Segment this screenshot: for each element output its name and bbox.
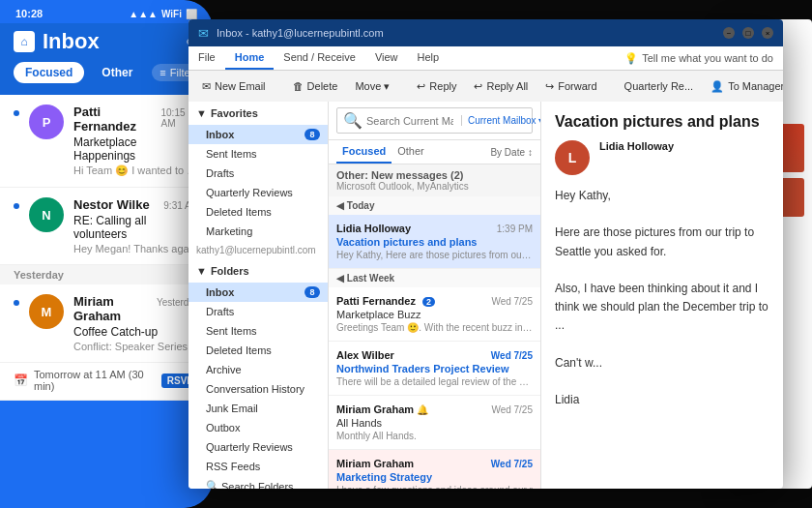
manager-icon: 👤 bbox=[710, 80, 724, 93]
email-time: Wed 7/25 bbox=[491, 296, 533, 307]
reading-subject: Vacation pictures and plans bbox=[555, 113, 769, 131]
ribbon-forward-btn[interactable]: ↪ Forward bbox=[537, 77, 604, 96]
battery-icon: ⬜ bbox=[186, 9, 197, 19]
folder-item-drafts-fav[interactable]: Drafts bbox=[188, 164, 328, 183]
other-banner[interactable]: Other: New messages (2) Microsoft Outloo… bbox=[329, 164, 540, 196]
favorites-header[interactable]: ▼ Favorites bbox=[188, 102, 328, 125]
current-mailbox-label[interactable]: Current Mailbox ▾ bbox=[461, 115, 541, 126]
maximize-button[interactable]: □ bbox=[742, 27, 754, 39]
folder-item-deleted-fav[interactable]: Deleted Items bbox=[188, 202, 328, 222]
reading-header-row: L Lidia Holloway bbox=[555, 140, 769, 175]
ribbon-reply-btn[interactable]: ↩ Reply bbox=[409, 77, 464, 96]
phone-email-item[interactable]: P Patti Fernandez 10:15 AM Marketplace H… bbox=[0, 95, 213, 188]
email-preview: Hi Team 😊 I wanted to share an interesti… bbox=[73, 164, 199, 177]
ribbon-tab-sendreceive[interactable]: Send / Receive bbox=[274, 46, 365, 70]
folder-item-deleted[interactable]: Deleted Items bbox=[188, 341, 328, 360]
phone-email-content: Miriam Graham Yesterday Coffee Catch-up … bbox=[73, 294, 199, 352]
email-list-body: Other: New messages (2) Microsoft Outloo… bbox=[329, 164, 540, 489]
search-box[interactable]: 🔍 Current Mailbox ▾ bbox=[336, 107, 533, 134]
signal-icon: ▲▲▲ bbox=[129, 9, 158, 19]
unread-dot bbox=[14, 110, 19, 116]
avatar: N bbox=[29, 197, 64, 232]
phone-time: 10:28 bbox=[15, 8, 43, 19]
folders-header[interactable]: ▼ Folders bbox=[188, 259, 328, 283]
folder-item-conversation[interactable]: Conversation History bbox=[188, 379, 328, 399]
phone-tabs-left: Focused Other bbox=[14, 62, 144, 83]
phone-header: ⌂ Inbox ✏ Focused Other ≡ Filter bbox=[0, 23, 213, 95]
ribbon-quarterly-btn[interactable]: Quarterly Re... bbox=[617, 77, 702, 95]
folder-item-inbox-fav[interactable]: Inbox 8 bbox=[188, 125, 328, 144]
email-time: 1:39 PM bbox=[497, 224, 533, 234]
email-list-item[interactable]: Lidia Holloway 1:39 PM Vacation pictures… bbox=[329, 215, 540, 269]
phone-inbox-left: ⌂ Inbox bbox=[14, 29, 100, 54]
phone-email-list: P Patti Fernandez 10:15 AM Marketplace H… bbox=[0, 95, 213, 401]
folder-item-archive[interactable]: Archive bbox=[188, 360, 328, 379]
folder-item-rss[interactable]: RSS Feeds bbox=[188, 457, 328, 476]
reading-body-line: Also, I have been thinking about it and … bbox=[555, 280, 769, 336]
ribbon-tab-help[interactable]: Help bbox=[408, 46, 450, 70]
ribbon-move-btn[interactable]: Move ▾ bbox=[347, 77, 397, 96]
ribbon-tab-view[interactable]: View bbox=[365, 46, 408, 70]
email-time: Wed 7/25 bbox=[491, 404, 533, 415]
email-subject: Marketplace Happenings bbox=[73, 135, 199, 163]
ribbon-new-email-btn[interactable]: ✉ New Email bbox=[194, 77, 274, 96]
email-sender: Alex Wilber bbox=[336, 349, 394, 361]
avatar: P bbox=[29, 105, 64, 139]
phone-status-icons: ▲▲▲ WiFi ⬜ bbox=[129, 9, 197, 19]
email-list-item[interactable]: Miriam Graham 🔔 Wed 7/25 All Hands Month… bbox=[329, 396, 540, 450]
ribbon-reply-all-btn[interactable]: ↩ Reply All bbox=[466, 77, 536, 96]
desktop-outlook: ✉ Inbox - kathy1@lucernepubintl.com − □ … bbox=[188, 19, 783, 489]
phone-email-item[interactable]: N Nestor Wilke 9:31 AM RE: Calling all v… bbox=[0, 188, 213, 265]
email-list-item[interactable]: Miriam Graham Wed 7/25 Marketing Strateg… bbox=[329, 450, 540, 489]
phone-status-bar: 10:28 ▲▲▲ WiFi ⬜ bbox=[0, 0, 213, 23]
ribbon-tab-home[interactable]: Home bbox=[225, 46, 275, 70]
sender-avatar: L bbox=[555, 140, 590, 175]
bell-icon: 🔔 bbox=[417, 404, 428, 415]
phone-other-tab[interactable]: Other bbox=[90, 62, 144, 83]
ribbon-manager-btn[interactable]: 👤 To Manager bbox=[703, 77, 783, 96]
close-button[interactable]: × bbox=[762, 27, 773, 39]
reply-all-icon: ↩ bbox=[474, 80, 482, 93]
calendar-row[interactable]: 📅 Tomorrow at 11 AM (30 min) RSVP bbox=[0, 363, 213, 401]
email-focused-tab[interactable]: Focused bbox=[336, 140, 392, 164]
folder-item-drafts[interactable]: Drafts bbox=[188, 302, 328, 321]
email-list-sort[interactable]: By Date ↕ bbox=[490, 147, 533, 158]
phone-email-item[interactable]: M Miriam Graham Yesterday Coffee Catch-u… bbox=[0, 284, 213, 363]
search-icon: 🔍 bbox=[343, 111, 362, 130]
ribbon-delete-btn[interactable]: 🗑 Delete bbox=[285, 77, 346, 95]
email-list-item[interactable]: Alex Wilber Wed 7/25 Northwind Traders P… bbox=[329, 342, 540, 396]
folder-item-sent-items[interactable]: Sent Items bbox=[188, 321, 328, 341]
folder-item-sent[interactable]: Sent Items bbox=[188, 144, 328, 164]
email-item-header: Alex Wilber Wed 7/25 bbox=[336, 349, 533, 361]
folder-item-inbox[interactable]: Inbox 8 bbox=[188, 283, 328, 302]
ribbon-tell-me[interactable]: 💡 Tell me what you want to do bbox=[615, 46, 783, 70]
email-other-tab[interactable]: Other bbox=[392, 140, 430, 164]
calendar-text: Tomorrow at 11 AM (30 min) bbox=[34, 369, 156, 392]
reading-body: Hey Kathy, Here are those pictures from … bbox=[555, 187, 769, 409]
folder-item-outbox[interactable]: Outbox bbox=[188, 418, 328, 437]
favorites-chevron-icon: ▼ bbox=[196, 107, 207, 119]
folder-pane: ▼ Favorites Inbox 8 Sent Items Drafts Qu… bbox=[188, 102, 329, 489]
phone-focused-tab[interactable]: Focused bbox=[14, 62, 84, 83]
last-week-section-header: ◀ Last Week bbox=[329, 269, 540, 287]
folder-item-marketing-fav[interactable]: Marketing bbox=[188, 222, 328, 241]
phone-email-header: Nestor Wilke 9:31 AM bbox=[73, 197, 199, 212]
folder-item-quarterly-fav[interactable]: Quarterly Reviews bbox=[188, 183, 328, 202]
folder-item-junk[interactable]: Junk Email bbox=[188, 399, 328, 418]
ribbon-tabs: File Home Send / Receive View Help 💡 Tel… bbox=[188, 46, 783, 71]
email-list-item[interactable]: Patti Fernandez 2 Wed 7/25 Marketplace B… bbox=[329, 287, 540, 342]
reading-pane: Vacation pictures and plans L Lidia Holl… bbox=[541, 102, 783, 489]
email-sender: Miriam Graham bbox=[73, 294, 157, 323]
email-preview: Hey Kathy, Here are those pictures from … bbox=[336, 250, 533, 260]
email-subject: RE: Calling all volunteers bbox=[73, 214, 199, 241]
inbox-badge-2: 8 bbox=[304, 286, 320, 298]
phone-email-content: Nestor Wilke 9:31 AM RE: Calling all vol… bbox=[73, 197, 199, 254]
folder-item-quarterly[interactable]: Quarterly Reviews bbox=[188, 437, 328, 457]
minimize-button[interactable]: − bbox=[723, 27, 735, 39]
email-list-tabs: Focused Other By Date ↕ bbox=[329, 140, 540, 164]
search-input[interactable] bbox=[366, 115, 453, 127]
inbox-badge: 8 bbox=[304, 129, 320, 140]
ribbon-tab-file[interactable]: File bbox=[188, 46, 225, 70]
outlook-titlebar: ✉ Inbox - kathy1@lucernepubintl.com − □ … bbox=[188, 19, 783, 46]
folder-item-search[interactable]: 🔍 Search Folders bbox=[188, 476, 328, 489]
